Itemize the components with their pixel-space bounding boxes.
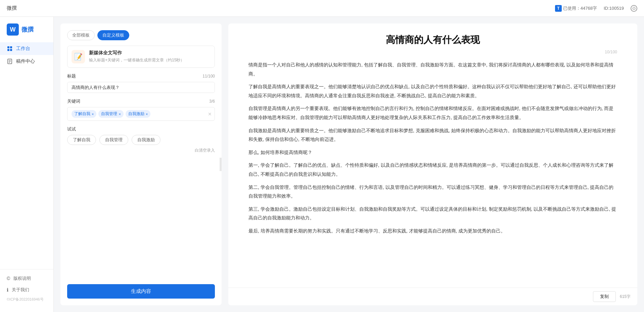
keyword-field-group: 关键词 3/6 了解自我 × 自我管理 × 自我激励 × xyxy=(67,98,215,121)
keyword-remove-2[interactable]: × xyxy=(119,112,121,116)
tab-all[interactable]: 全部模板 xyxy=(67,30,95,40)
keyword-remove-3[interactable]: × xyxy=(146,112,148,116)
sidebar-item-about[interactable]: ℹ 关于我们 xyxy=(0,284,53,296)
keyword-remove-1[interactable]: × xyxy=(92,112,94,116)
svg-rect-2 xyxy=(7,49,9,51)
logo-text: 微撰 xyxy=(21,25,34,34)
suggestion-btn-1[interactable]: 了解自我 xyxy=(67,135,96,145)
header-left: 微撰 xyxy=(7,5,17,11)
template-info: 新媒体全文写作 输入标题+关键词，一键准确生成所需文章（约15秒） xyxy=(89,50,211,63)
id-label: ID:100519 xyxy=(604,6,624,11)
drafts-label: 稿件中心 xyxy=(16,58,35,64)
title-count: 11/100 xyxy=(202,74,215,79)
tab-custom[interactable]: 自定义模板 xyxy=(97,30,129,40)
icp-text: ©ICP备2022016946号 xyxy=(0,296,53,302)
try-label: 试试 xyxy=(67,126,215,132)
used-label: 已使用：44768字 xyxy=(563,5,597,11)
sidebar-bottom: © 版权说明 ℹ 关于我们 ©ICP备2022016946号 xyxy=(0,269,53,305)
workspace-icon xyxy=(7,46,13,52)
sidebar-item-drafts[interactable]: 稿件中心 xyxy=(0,55,53,68)
paragraph-1: 情商是指一个人对自己和他人的感情的认知和管理能力, 包括了解自我、自我管理、自我… xyxy=(248,60,617,78)
sidebar-item-copyright[interactable]: © 版权说明 xyxy=(0,273,53,284)
suggestion-btn-2[interactable]: 自我管理 xyxy=(99,135,128,145)
template-desc: 输入标题+关键词，一键准确生成所需文章（约15秒） xyxy=(89,57,211,63)
paragraph-2: 了解自我是高情商人的重要表现之一。他们能够清楚地认识自己的优点和缺点, 以及自己… xyxy=(248,82,617,100)
collapse-arrow[interactable]: ◀ xyxy=(220,158,222,171)
clear-link[interactable]: 白清空录入 xyxy=(67,148,215,153)
keyword-tag-3: 自我激励 × xyxy=(126,110,150,118)
used-info: T 已使用：44768字 xyxy=(555,5,597,12)
copyright-label: 版权说明 xyxy=(13,275,31,281)
main-layout: W 微撰 工作台 xyxy=(0,17,644,312)
article-page-count: 10/100 xyxy=(228,50,637,54)
header-title: 微撰 xyxy=(7,5,17,11)
title-label: 标题 xyxy=(67,73,76,79)
keyword-text-3: 自我激励 xyxy=(128,111,144,117)
power-icon[interactable]: ⏻ xyxy=(631,5,637,12)
sidebar-item-workspace[interactable]: 工作台 xyxy=(0,42,53,55)
keyword-tag-1: 了解自我 × xyxy=(72,110,96,118)
keyword-tag-2: 自我管理 × xyxy=(98,110,123,118)
article-title: 高情商的人有什么表现 xyxy=(248,34,617,46)
info-icon: T xyxy=(555,5,562,12)
header: 微撰 T 已使用：44768字 ID:100519 ⏻ xyxy=(0,0,644,17)
logo-icon: W xyxy=(7,23,19,36)
about-icon: ℹ xyxy=(7,287,8,293)
paragraph-9: 最后, 培养高情商需要长期的努力和实践。只有通过不断地学习、反思和实践, 才能够… xyxy=(248,226,617,236)
keyword-label-row: 关键词 3/6 xyxy=(67,98,215,104)
copyright-icon: © xyxy=(7,276,10,281)
about-label: 关于我们 xyxy=(12,287,29,293)
suggestions-group: 试试 了解自我 自我管理 自我激励 白清空录入 xyxy=(67,126,215,153)
logo-area: W 微撰 xyxy=(0,23,53,42)
article-footer: 复制 615字 xyxy=(228,288,637,305)
content-area: 全部模板 自定义模板 📝 新媒体全文写作 输入标题+关键词，一键准确生成所需文章… xyxy=(54,17,644,312)
svg-rect-1 xyxy=(10,46,12,48)
tab-bar: 全部模板 自定义模板 xyxy=(67,30,215,40)
right-panel: 高情商的人有什么表现 10/100 情商是指一个人对自己和他人的感情的认知和管理… xyxy=(228,23,637,305)
sidebar-nav: 工作台 稿件中心 xyxy=(0,42,53,269)
keyword-text-1: 了解自我 xyxy=(74,111,90,117)
drafts-icon xyxy=(7,58,13,64)
svg-rect-3 xyxy=(10,49,12,51)
paragraph-5: 那么, 如何培养和提高情商呢？ xyxy=(248,148,617,157)
template-icon: 📝 xyxy=(72,50,85,63)
paragraph-8: 第三, 学会激励自己。激励自己包括设定目标和计划、自我激励和自我奖励等方式。可以… xyxy=(248,205,617,222)
keyword-text-2: 自我管理 xyxy=(101,111,117,117)
keywords-container[interactable]: 了解自我 × 自我管理 × 自我激励 × ✕ xyxy=(67,107,215,121)
paragraph-3: 自我管理是高情商人的另一个重要表现。他们能够有效地控制自己的言行和行为, 控制自… xyxy=(248,104,617,122)
paragraph-6: 第一, 学会了解自己。了解自己的优点、缺点、个性特质和偏好, 以及自己的情感状态… xyxy=(248,161,617,178)
keyword-count: 3/6 xyxy=(209,99,215,104)
paragraph-4: 自我激励是高情商人的重要特质之一。他们能够激励自己不断地追求目标和梦想, 克服困… xyxy=(248,126,617,144)
sidebar: W 微撰 工作台 xyxy=(0,17,54,312)
article-body: 情商是指一个人对自己和他人的感情的认知和管理能力, 包括了解自我、自我管理、自我… xyxy=(228,57,637,305)
copy-button[interactable]: 复制 xyxy=(593,291,616,302)
article-header: 高情商的人有什么表现 xyxy=(228,23,637,50)
word-count: 615字 xyxy=(620,294,631,300)
paragraph-7: 第二, 学会自我管理。管理自己包括控制自己的情绪、行为和言语, 以及管理自己的时… xyxy=(248,183,617,201)
header-right: T 已使用：44768字 ID:100519 ⏻ xyxy=(555,5,637,12)
generate-button[interactable]: 生成内容 xyxy=(67,284,215,299)
left-panel: 全部模板 自定义模板 📝 新媒体全文写作 输入标题+关键词，一键准确生成所需文章… xyxy=(60,23,222,305)
workspace-label: 工作台 xyxy=(16,46,30,52)
svg-rect-0 xyxy=(7,46,9,48)
title-field-group: 标题 11/100 xyxy=(67,73,215,93)
title-input[interactable] xyxy=(67,82,215,93)
suggestions-row: 了解自我 自我管理 自我激励 xyxy=(67,135,215,145)
suggestion-btn-3[interactable]: 自我激励 xyxy=(132,135,160,145)
template-card: 📝 新媒体全文写作 输入标题+关键词，一键准确生成所需文章（约15秒） xyxy=(67,46,215,68)
title-label-row: 标题 11/100 xyxy=(67,73,215,79)
template-title: 新媒体全文写作 xyxy=(89,50,211,56)
keyword-label: 关键词 xyxy=(67,98,80,104)
keywords-clear-btn[interactable]: ✕ xyxy=(208,111,212,117)
